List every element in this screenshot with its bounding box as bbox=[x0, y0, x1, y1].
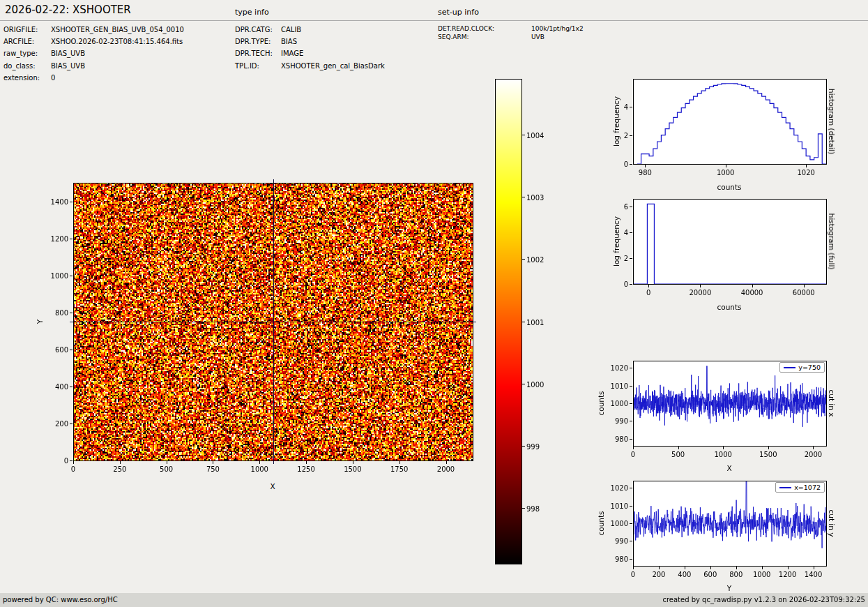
histogram-detail-side-label: histogram (detail) bbox=[828, 89, 836, 154]
metadata-row: TPL.ID:XSHOOTER_gen_cal_BiasDark bbox=[235, 60, 385, 72]
y-tick-label: 0 bbox=[64, 457, 68, 465]
metadata-key: DPR.TECH: bbox=[235, 47, 281, 59]
setup-info-heading: set-up info bbox=[438, 8, 479, 17]
metadata-key: do_class: bbox=[3, 60, 51, 72]
footer-bar: powered by QC: www.eso.org/HC created by… bbox=[0, 593, 868, 607]
y-tick-label: 0 bbox=[624, 160, 628, 168]
x-tick-label: 0 bbox=[646, 289, 650, 297]
metadata-row: ORIGFILE:XSHOOTER_GEN_BIAS_UVB_054_0010 bbox=[3, 24, 184, 36]
y-tick-label: 2 bbox=[624, 131, 628, 139]
x-tick-label: 2000 bbox=[805, 451, 822, 458]
type-info-heading: type info bbox=[235, 8, 269, 17]
y-tick-label: 1000 bbox=[611, 520, 628, 527]
cut-in-y-plot: x=1072 020040060080010001200140098099010… bbox=[627, 475, 832, 571]
cut-in-y-legend-label: x=1072 bbox=[794, 484, 821, 491]
cut-in-y-x-axis-label: Y bbox=[727, 584, 731, 592]
y-tick-label: 1000 bbox=[51, 271, 68, 279]
histogram-full-canvas bbox=[627, 193, 832, 290]
page-title: 2026-02-22: XSHOOTER bbox=[5, 3, 131, 16]
x-tick-label: 0 bbox=[631, 451, 635, 458]
raw-image-canvas bbox=[68, 177, 478, 466]
x-tick-label: 400 bbox=[678, 571, 691, 578]
histogram-detail-x-axis-label: counts bbox=[717, 183, 741, 191]
type-info-block: DPR.CATG:CALIBDPR.TYPE:BIASDPR.TECH:IMAG… bbox=[235, 24, 385, 72]
raw-image-plot: 0250500750100012501500175020000200400600… bbox=[68, 177, 478, 466]
legend-line-swatch bbox=[779, 487, 791, 488]
y-tick-label: 1000 bbox=[611, 400, 628, 407]
metadata-value: IMAGE bbox=[281, 47, 303, 59]
x-tick-label: 1000 bbox=[717, 169, 734, 177]
x-tick-label: 2000 bbox=[437, 465, 455, 473]
colorbar-tick-label: 998 bbox=[526, 504, 540, 512]
colorbar-tick-label: 1000 bbox=[526, 380, 544, 388]
colorbar-tick-label: 999 bbox=[526, 442, 540, 450]
x-tick-label: 600 bbox=[703, 571, 717, 578]
x-tick-label: 200 bbox=[652, 571, 665, 578]
y-tick-label: 200 bbox=[55, 419, 68, 427]
colorbar-tick-label: 1003 bbox=[526, 193, 544, 201]
colorbar-tick-label: 1001 bbox=[526, 318, 544, 326]
y-tick-label: 2 bbox=[624, 255, 628, 262]
metadata-key: DPR.CATG: bbox=[235, 24, 281, 36]
x-tick-label: 1400 bbox=[805, 571, 822, 578]
x-tick-label: 0 bbox=[631, 571, 635, 578]
metadata-value: XSHOO.2026-02-23T08:41:15.464.fits bbox=[51, 36, 183, 47]
metadata-value: 100k/1pt/hg/1x2 bbox=[531, 25, 584, 33]
x-tick-label: 1500 bbox=[759, 451, 777, 458]
y-tick-label: 800 bbox=[55, 308, 68, 316]
metadata-key: extension: bbox=[3, 72, 51, 84]
metadata-value: XSHOOTER_gen_cal_BiasDark bbox=[281, 60, 385, 72]
y-tick-label: 600 bbox=[55, 345, 68, 353]
x-tick-label: 750 bbox=[206, 465, 220, 473]
header-bar: 2026-02-22: XSHOOTER type info set-up in… bbox=[0, 0, 868, 21]
x-tick-label: 1750 bbox=[390, 465, 408, 473]
file-metadata-block: ORIGFILE:XSHOOTER_GEN_BIAS_UVB_054_0010A… bbox=[3, 24, 184, 84]
metadata-value: BIAS bbox=[281, 36, 297, 47]
cut-in-y-legend: x=1072 bbox=[775, 482, 825, 493]
histogram-detail-plot: 98010001020024 bbox=[627, 73, 832, 170]
y-tick-label: 980 bbox=[615, 555, 628, 562]
setup-info-block: DET.READ.CLOCK:100k/1pt/hg/1x2SEQ.ARM:UV… bbox=[438, 25, 584, 41]
metadata-key: raw_type: bbox=[3, 47, 51, 59]
footer-created-by: created by qc_rawdisp.py v1.2.3 on 2026-… bbox=[662, 593, 865, 607]
histogram-full-plot: 02000040000600000246 bbox=[627, 193, 832, 290]
metadata-key: DPR.TYPE: bbox=[235, 36, 281, 47]
x-tick-label: 800 bbox=[729, 571, 743, 578]
cut-in-x-legend-label: y=750 bbox=[798, 364, 821, 371]
metadata-row: do_class:BIAS_UVB bbox=[3, 60, 184, 72]
y-tick-label: 1020 bbox=[611, 484, 628, 492]
metadata-value: CALIB bbox=[281, 24, 301, 36]
metadata-key: ARCFILE: bbox=[3, 36, 51, 47]
cut-in-x-plot: y=750 0500100015002000980990100010101020 bbox=[627, 355, 832, 451]
x-tick-label: 40000 bbox=[741, 289, 763, 297]
y-tick-label: 1200 bbox=[51, 234, 68, 242]
y-tick-label: 0 bbox=[624, 280, 628, 288]
histogram-detail-canvas bbox=[627, 73, 832, 170]
metadata-row: SEQ.ARM:UVB bbox=[438, 33, 584, 42]
x-tick-label: 1200 bbox=[779, 571, 796, 578]
raw-image-x-axis-label: X bbox=[270, 482, 275, 490]
y-tick-label: 1400 bbox=[51, 197, 68, 205]
x-tick-label: 1020 bbox=[797, 169, 814, 177]
metadata-value: 0 bbox=[51, 72, 55, 84]
histogram-full-side-label: histogram (full) bbox=[828, 213, 836, 270]
y-tick-label: 400 bbox=[55, 382, 68, 390]
metadata-value: XSHOOTER_GEN_BIAS_UVB_054_0010 bbox=[51, 24, 184, 36]
x-tick-label: 1000 bbox=[251, 465, 268, 473]
y-tick-label: 990 bbox=[615, 417, 628, 425]
metadata-value: BIAS_UVB bbox=[51, 60, 85, 72]
cut-in-y-y-axis-label: counts bbox=[597, 511, 605, 535]
colorbar-canvas bbox=[489, 73, 527, 569]
y-tick-label: 1010 bbox=[611, 502, 628, 509]
x-tick-label: 1250 bbox=[297, 465, 314, 473]
cut-in-x-y-axis-label: counts bbox=[597, 391, 605, 415]
colorbar-tick-label: 1002 bbox=[526, 255, 544, 263]
metadata-row: extension:0 bbox=[3, 72, 184, 84]
x-tick-label: 980 bbox=[639, 169, 652, 177]
legend-line-swatch bbox=[784, 367, 795, 368]
x-tick-label: 250 bbox=[113, 465, 126, 473]
cut-in-x-x-axis-label: X bbox=[726, 464, 731, 472]
x-tick-label: 500 bbox=[160, 465, 173, 473]
x-tick-label: 500 bbox=[671, 451, 685, 458]
footer-qc-link[interactable]: powered by QC: www.eso.org/HC bbox=[3, 593, 118, 607]
